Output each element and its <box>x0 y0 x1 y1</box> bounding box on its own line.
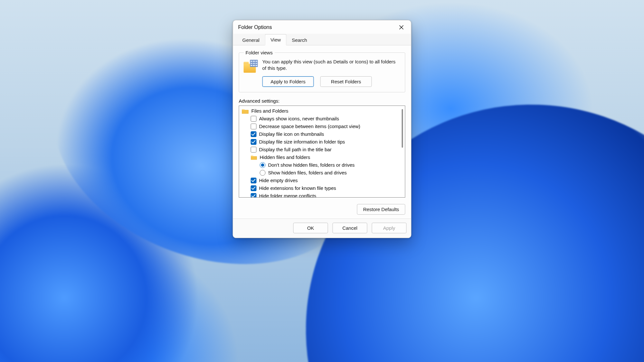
tree-group-label: Files and Folders <box>251 108 289 114</box>
tree-item-label: Always show icons, never thumbnails <box>259 116 339 121</box>
tab-search[interactable]: Search <box>286 34 313 45</box>
ok-button[interactable]: OK <box>293 223 328 233</box>
tree-item[interactable]: Decrease space between items (compact vi… <box>242 123 402 130</box>
advanced-settings-tree[interactable]: Files and Folders Always show icons, nev… <box>239 106 405 198</box>
folder-views-icon <box>244 59 258 73</box>
tree-group-hidden-files: Hidden files and folders <box>242 153 402 161</box>
dialog-title: Folder Options <box>238 24 272 30</box>
folder-views-legend: Folder views <box>244 50 275 55</box>
close-button[interactable] <box>396 23 407 32</box>
checkbox-icon <box>251 193 257 198</box>
radio-icon <box>260 162 266 168</box>
tree-item[interactable]: Hide empty drives <box>242 177 402 184</box>
tree-item[interactable]: Display the full path in the title bar <box>242 146 402 153</box>
titlebar: Folder Options <box>233 20 411 34</box>
tree-item-label: Display file icon on thumbnails <box>259 131 324 137</box>
tree-item-label: Don't show hidden files, folders or driv… <box>268 162 355 168</box>
tab-content: Folder views You can apply this view (su… <box>233 45 411 218</box>
tree-item[interactable]: Always show icons, never thumbnails <box>242 115 402 123</box>
tree-item[interactable]: Display file size information in folder … <box>242 138 402 146</box>
checkbox-icon <box>251 116 257 122</box>
folder-icon <box>242 108 249 114</box>
tab-view[interactable]: View <box>265 34 286 45</box>
tree-item-label: Hide extensions for known file types <box>259 185 336 191</box>
checkbox-icon <box>251 185 257 191</box>
restore-defaults-button[interactable]: Restore Defaults <box>357 204 405 215</box>
checkbox-icon <box>251 124 257 129</box>
tree-group-files-and-folders: Files and Folders <box>242 107 402 115</box>
tree-item[interactable]: Hide extensions for known file types <box>242 184 402 192</box>
tree-group-label: Hidden files and folders <box>260 154 310 160</box>
advanced-settings-label: Advanced settings: <box>239 98 405 104</box>
apply-button[interactable]: Apply <box>372 223 407 233</box>
tree-item-label: Display file size information in folder … <box>259 139 345 144</box>
scrollbar-thumb[interactable] <box>402 109 403 148</box>
tree-item-label: Show hidden files, folders and drives <box>268 170 347 175</box>
checkbox-icon <box>251 178 257 183</box>
tree-item-label: Hide empty drives <box>259 178 298 183</box>
checkbox-icon <box>251 131 257 137</box>
tab-general[interactable]: General <box>237 34 265 45</box>
checkbox-icon <box>251 139 257 145</box>
reset-folders-button[interactable]: Reset Folders <box>320 76 372 87</box>
apply-to-folders-button[interactable]: Apply to Folders <box>262 76 314 87</box>
tree-radio-item[interactable]: Don't show hidden files, folders or driv… <box>242 161 402 169</box>
folder-views-description: You can apply this view (such as Details… <box>262 59 401 72</box>
tree-item-label: Display the full path in the title bar <box>259 147 332 152</box>
folder-views-group: Folder views You can apply this view (su… <box>239 50 405 92</box>
close-icon <box>399 25 404 30</box>
folder-icon <box>251 155 257 160</box>
checkbox-icon <box>251 147 257 153</box>
tree-radio-item[interactable]: Show hidden files, folders and drives <box>242 169 402 177</box>
folder-options-dialog: Folder Options General View Search Folde… <box>233 20 412 238</box>
tab-bar: General View Search <box>233 34 411 45</box>
tree-item-label: Decrease space between items (compact vi… <box>259 124 360 129</box>
tree-item[interactable]: Display file icon on thumbnails <box>242 130 402 138</box>
radio-icon <box>260 170 266 176</box>
tree-item[interactable]: Hide folder merge conflicts <box>242 192 402 198</box>
dialog-footer: OK Cancel Apply <box>233 218 411 238</box>
cancel-button[interactable]: Cancel <box>333 223 367 233</box>
tree-item-label: Hide folder merge conflicts <box>259 193 317 198</box>
